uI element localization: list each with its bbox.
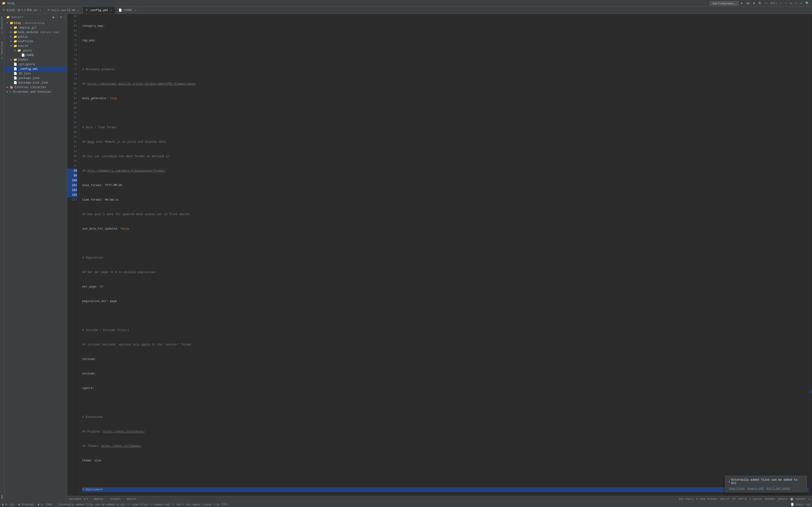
tree-icon-package-json: 📄 bbox=[13, 76, 17, 80]
event-log-btn[interactable]: 📑 Event Log bbox=[791, 503, 810, 506]
right-gutter bbox=[809, 14, 812, 496]
tree-item-external-libs[interactable]: ► 📚 External Libraries bbox=[4, 85, 67, 90]
code-line-98: # Deployment bbox=[82, 487, 809, 492]
code-line-94: ## Plugins: https://hexo.io/plugins/ bbox=[82, 429, 809, 434]
code-line-71: meta_generator: true bbox=[82, 96, 809, 101]
tree-icon-db-json: 📄 bbox=[13, 72, 17, 75]
toolbar-more[interactable]: ›› bbox=[764, 1, 769, 6]
tree-arrow-deploy-git: ► bbox=[9, 26, 13, 29]
toolbar-play[interactable]: ▶ bbox=[740, 1, 744, 6]
git-check1[interactable]: ✓ bbox=[779, 1, 782, 6]
tree-sublabel-blog: ~/Desktop/blog bbox=[22, 22, 45, 24]
file-tree-title: Project bbox=[11, 16, 51, 19]
tree-item-public[interactable]: ► 📁 public bbox=[4, 35, 67, 39]
tab-yaml-icon: Y bbox=[86, 9, 88, 12]
git-refresh[interactable]: ↻ bbox=[789, 1, 793, 6]
tree-item-deploy-git[interactable]: ► 📁 .deploy_git bbox=[4, 25, 67, 30]
tree-icon-gitignore: 📄 bbox=[13, 62, 17, 66]
toolbar-pause[interactable]: ▮▮ bbox=[745, 1, 751, 6]
status-git-icon: ⬤ bbox=[790, 497, 793, 501]
code-content[interactable]: category_map: tag_map: # Metadata elemen… bbox=[79, 14, 809, 496]
add-configuration-button[interactable]: Add Configuration... bbox=[710, 1, 739, 6]
notification-action3[interactable]: Don't Ask Again bbox=[766, 487, 790, 490]
bottom-bar: ■ 9: Git ■ Terminal ■ 6: TODO Externally… bbox=[0, 502, 812, 507]
tree-item-themes[interactable]: ► 📁 themes bbox=[4, 57, 67, 62]
tree-item-gitignore[interactable]: ► 📄 .gitignore bbox=[4, 62, 67, 67]
tab-md1[interactable]: M 发布第一篇个人博客.md ✕ bbox=[0, 7, 45, 14]
tree-item-scratches[interactable]: ► ✎ Scratches and Consoles bbox=[4, 90, 67, 94]
tree-icon-package-lock-json: 📄 bbox=[13, 81, 17, 84]
tree-item-source[interactable]: ▼ 📁 source bbox=[4, 44, 67, 48]
tab-yaml-close[interactable]: ✕ bbox=[109, 9, 112, 12]
tree-arrow-themes: ► bbox=[9, 58, 13, 61]
tree-icon-config-yml: 📄 bbox=[13, 67, 17, 71]
title-bar: 📁 blog › Add Configuration... ▶ ▮▮ ■ 🛠 ›… bbox=[0, 0, 812, 7]
toolbar-stop[interactable]: ■ bbox=[752, 1, 756, 6]
tree-item-package-json[interactable]: ► 📄 package.json bbox=[4, 76, 67, 80]
code-editor[interactable]: 66 67 68 69 70 71 72 73 74 75 76 77 78 7… bbox=[67, 14, 812, 496]
tree-arrow-scaffolds: ► bbox=[9, 40, 13, 43]
status-spaces: 2 spaces bbox=[749, 498, 762, 501]
bottom-git-label[interactable]: ■ 9: Git bbox=[2, 503, 15, 506]
status-git-branch: master bbox=[796, 498, 806, 501]
code-line-74: ## Hexo uses Moment.js to parse and disp… bbox=[82, 139, 809, 145]
notification-action2[interactable]: Always Add bbox=[748, 487, 763, 490]
file-tree-icon1[interactable]: ▣ bbox=[52, 15, 54, 19]
tab-yaml[interactable]: Y _config.yml ✕ bbox=[83, 7, 115, 14]
tree-arrow-public: ► bbox=[9, 36, 13, 38]
tree-item-config-yml[interactable]: ► 📄 _config.yml bbox=[4, 67, 67, 71]
activity-favorites[interactable]: 2: Favorites bbox=[0, 40, 4, 60]
code-line-67: tag_map: bbox=[82, 38, 809, 43]
git-check2[interactable]: ✓ bbox=[784, 1, 788, 6]
status-left: Document 1/1 › deploy: › branch: › maste… bbox=[69, 498, 676, 501]
code-line-80: use_date_for_updated: false bbox=[82, 226, 809, 231]
tree-arrow-scratches: ► bbox=[5, 91, 9, 93]
tree-item-scaffolds[interactable]: ► 📁 scaffolds bbox=[4, 39, 67, 44]
tree-item-blog[interactable]: ▼ 📁 blog ~/Desktop/blog bbox=[4, 21, 67, 25]
tree-arrow-external-libs: ► bbox=[5, 86, 9, 89]
toolbar-search[interactable]: 🔍 bbox=[805, 1, 810, 6]
tree-label-node-modules: node_modules bbox=[18, 31, 39, 34]
tab-md1-close[interactable]: ✕ bbox=[39, 9, 42, 12]
tab-md2-icon: M bbox=[48, 9, 50, 12]
code-line-87: # Include / Exclude file(s) bbox=[82, 328, 809, 333]
toolbar-resize[interactable]: ▭ bbox=[800, 1, 803, 6]
code-line-85: pagination_dir: page bbox=[82, 299, 809, 304]
tree-arrow-source: ▼ bbox=[9, 45, 13, 47]
tree-label-scratches: Scratches and Consoles bbox=[13, 90, 51, 94]
status-arrow3: › bbox=[123, 498, 125, 501]
file-tree-icon3[interactable]: ⚙ bbox=[60, 15, 62, 19]
status-schema: Schema: jekyll bbox=[765, 498, 787, 501]
git-undo[interactable]: ↩ bbox=[794, 1, 798, 6]
file-tree-icon4[interactable]: − bbox=[63, 16, 65, 19]
tree-label-themes: themes bbox=[18, 58, 28, 62]
tab-md2-close[interactable]: ✕ bbox=[77, 9, 80, 12]
code-line-93: # Extensions bbox=[82, 415, 809, 419]
file-tree-icon2[interactable]: ⋮ bbox=[56, 15, 59, 19]
tree-icon-scratches: ✎ bbox=[10, 90, 11, 94]
tree-item-node-modules[interactable]: ► 📁 node_modules library root bbox=[4, 30, 67, 35]
activity-npm[interactable]: npm bbox=[0, 494, 4, 501]
tree-icon-posts: 📁 bbox=[17, 49, 21, 52]
tab-cname[interactable]: 📄 CNAME ✕ bbox=[115, 7, 140, 14]
tree-item-posts[interactable]: ► 📁 _posts bbox=[4, 48, 67, 53]
code-line-90: exclude: bbox=[82, 371, 809, 376]
tree-icon-cname-source: 📄 bbox=[21, 53, 25, 57]
bottom-terminal-label[interactable]: ■ Terminal bbox=[18, 503, 34, 506]
code-line-73: # Date / Time format bbox=[82, 125, 809, 130]
code-line-88: ## include:/exclude: options only apply … bbox=[82, 342, 809, 347]
notification-action1[interactable]: View Files bbox=[729, 487, 745, 490]
activity-bar: 1: Structure 2: Favorites npm bbox=[0, 14, 4, 502]
tree-label-package-json: package.json bbox=[18, 76, 39, 80]
tree-label-public: public bbox=[18, 35, 28, 39]
tree-item-db-json[interactable]: ► 📄 db.json bbox=[4, 71, 67, 76]
toolbar-build[interactable]: 🛠 bbox=[757, 1, 762, 6]
tree-arrow-blog: ▼ bbox=[5, 22, 9, 24]
status-deploy: deploy: bbox=[94, 498, 105, 501]
tree-item-package-lock-json[interactable]: ► 📄 package-lock.json bbox=[4, 80, 67, 85]
tab-md2[interactable]: M hello-world.md ✕ bbox=[45, 7, 83, 14]
bottom-todo-label[interactable]: ■ 6: TODO bbox=[38, 503, 52, 506]
activity-structure[interactable]: 1: Structure bbox=[0, 15, 4, 35]
tab-cname-close[interactable]: ✕ bbox=[134, 9, 137, 12]
tree-item-cname-source[interactable]: ► 📄 CNAME bbox=[4, 53, 67, 57]
